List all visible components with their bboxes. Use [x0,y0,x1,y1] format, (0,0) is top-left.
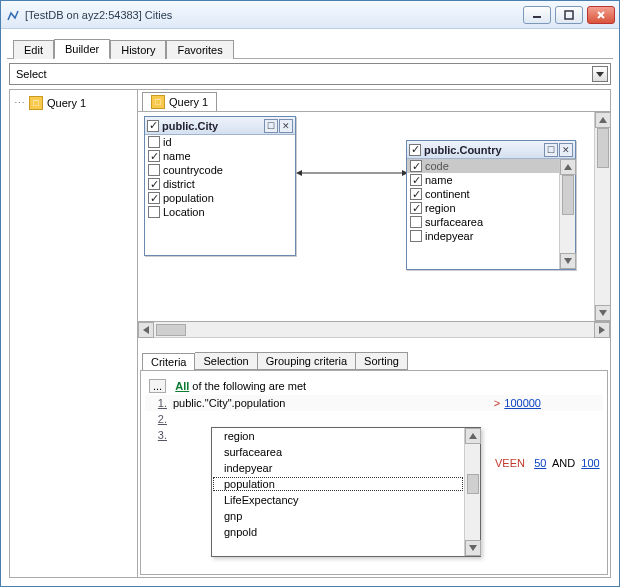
field-check[interactable] [148,164,160,176]
popup-item[interactable]: surfacearea [212,444,464,460]
table-max-icon[interactable]: ☐ [544,143,558,157]
scroll-up-icon[interactable] [465,428,481,444]
tab-sorting[interactable]: Sorting [356,352,408,370]
field-check[interactable]: ✓ [410,188,422,200]
scroll-up-icon[interactable] [560,159,576,175]
scroll-down-icon[interactable] [595,305,610,321]
popup-vscroll[interactable] [464,428,480,556]
scroll-right-icon[interactable] [594,322,610,338]
diagram-hscroll[interactable] [138,322,610,338]
minimize-button[interactable] [523,6,551,24]
tab-builder[interactable]: Builder [54,39,110,59]
window-title: [TestDB on ayz2:54383] Cities [25,9,172,21]
scroll-thumb[interactable] [156,324,186,336]
field-row[interactable]: ✓population [145,191,295,205]
table-vscroll[interactable] [559,159,575,269]
field-check[interactable]: ✓ [410,202,422,214]
field-check[interactable]: ✓ [410,160,422,172]
scroll-thumb[interactable] [562,175,574,215]
criteria-row-1[interactable]: 1. public."City".population > 100000 [145,395,603,411]
titlebar: [TestDB on ayz2:54383] Cities [1,1,619,29]
popup-item[interactable]: population [212,476,464,492]
table-header-city[interactable]: ✓ public.City ☐ ✕ [145,117,295,135]
field-check[interactable]: ✓ [148,178,160,190]
criteria-row-3-tail: VEEN 50 AND 100 [495,457,600,469]
tab-criteria[interactable]: Criteria [142,353,195,371]
criteria-row-num[interactable]: 2. [147,413,167,425]
main-tabs: Edit Builder History Favorites [7,33,613,59]
join-link[interactable] [296,167,408,175]
combo-dropdown-button[interactable] [592,66,608,82]
table-check-city[interactable]: ✓ [147,120,159,132]
svg-marker-4 [596,72,604,77]
scroll-up-icon[interactable] [595,112,610,128]
tree-item-query1[interactable]: ⋯ □ Query 1 [14,94,133,112]
field-check[interactable]: ✓ [148,150,160,162]
field-row[interactable]: ✓continent [407,187,559,201]
field-name: surfacearea [425,216,483,228]
table-close-icon[interactable]: ✕ [559,143,573,157]
scroll-thumb[interactable] [467,474,479,494]
lower-tabs: Criteria Selection Grouping criteria Sor… [138,348,610,370]
popup-item[interactable]: indepyear [212,460,464,476]
field-check[interactable]: ✓ [410,174,422,186]
field-row[interactable]: surfacearea [407,215,559,229]
tab-history[interactable]: History [110,40,166,59]
field-row[interactable]: ✓region [407,201,559,215]
criteria-and: AND [552,457,575,469]
popup-item[interactable]: gnpold [212,524,464,540]
close-button[interactable] [587,6,615,24]
table-max-icon[interactable]: ☐ [264,119,278,133]
scroll-thumb[interactable] [597,128,609,168]
diagram-canvas: ✓ public.City ☐ ✕ id ✓name countrycode ✓… [138,112,610,322]
field-row[interactable]: ✓name [145,149,295,163]
field-check[interactable] [148,206,160,218]
field-row[interactable]: ✓district [145,177,295,191]
field-row[interactable]: ✓name [407,173,559,187]
field-row[interactable]: id [145,135,295,149]
tab-favorites[interactable]: Favorites [166,40,233,59]
criteria-value[interactable]: 100000 [504,397,541,409]
field-check[interactable] [410,216,422,228]
popup-item[interactable]: region [212,428,464,444]
field-check[interactable]: ✓ [148,192,160,204]
criteria-mode-all[interactable]: All [175,380,189,392]
criteria-value[interactable]: 100 [581,457,599,469]
field-row[interactable]: indepyear [407,229,559,243]
table-header-country[interactable]: ✓ public.Country ☐ ✕ [407,141,575,159]
field-suggest-popup[interactable]: region surfacearea indepyear population … [211,427,481,557]
tree-expand-icon: ⋯ [14,97,25,110]
scroll-down-icon[interactable] [560,253,576,269]
field-name: population [163,192,214,204]
table-box-city[interactable]: ✓ public.City ☐ ✕ id ✓name countrycode ✓… [144,116,296,256]
query-type-combo[interactable]: Select [9,63,611,85]
scroll-down-icon[interactable] [465,540,481,556]
svg-marker-15 [469,545,477,551]
tab-grouping[interactable]: Grouping criteria [258,352,356,370]
field-name: id [163,136,172,148]
maximize-button[interactable] [555,6,583,24]
diagram-vscroll[interactable] [594,112,610,321]
popup-item[interactable]: gnp [212,508,464,524]
field-check[interactable] [410,230,422,242]
criteria-operator[interactable]: > [494,397,500,409]
field-check[interactable] [148,136,160,148]
table-check-country[interactable]: ✓ [409,144,421,156]
criteria-row-num[interactable]: 1. [147,397,167,409]
field-row[interactable]: countrycode [145,163,295,177]
svg-marker-6 [599,310,607,316]
criteria-row-2[interactable]: 2. [145,411,603,427]
tab-selection[interactable]: Selection [195,352,257,370]
criteria-row-num[interactable]: 3. [147,429,167,441]
table-box-country[interactable]: ✓ public.Country ☐ ✕ ✓code ✓name ✓contin… [406,140,576,270]
tab-edit[interactable]: Edit [13,40,54,59]
query-tab-1[interactable]: □ Query 1 [142,92,217,111]
field-row[interactable]: Location [145,205,295,219]
criteria-value[interactable]: 50 [534,457,546,469]
popup-item[interactable]: LifeExpectancy [212,492,464,508]
field-row[interactable]: ✓code [407,159,559,173]
scroll-left-icon[interactable] [138,322,154,338]
criteria-expression[interactable]: public."City".population [173,397,490,409]
criteria-options-button[interactable]: ... [149,379,166,393]
table-close-icon[interactable]: ✕ [279,119,293,133]
